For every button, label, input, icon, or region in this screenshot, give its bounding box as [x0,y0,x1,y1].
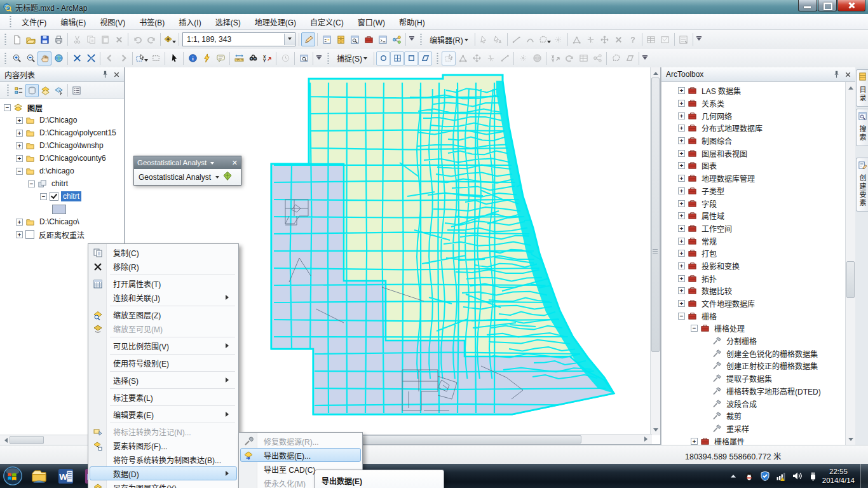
tree-item-label[interactable]: 数据比较 [700,285,734,297]
toolbar-overflow-button[interactable] [641,51,649,65]
tree-item-label[interactable]: 图层 [25,102,44,114]
toc-tree-item[interactable]: +D:\Chicago [0,114,124,126]
tree-item-label[interactable]: 分布式地理数据库 [700,122,764,134]
select-features-button[interactable] [442,51,456,65]
arctoolbox-tree-item[interactable]: +栅格属性 [661,435,855,445]
anno-arrow-button[interactable]: A [491,32,505,46]
context-menu-item[interactable]: 标注要素(L) [90,390,237,404]
taskbar-clock[interactable]: 22:55 2014/4/14 [822,467,855,485]
arctoolbox-tree-item[interactable]: 栅格转数字地形高程(DTED) [661,385,855,398]
toolbar-overflow-button[interactable] [408,32,416,46]
lightning-button[interactable] [200,51,214,65]
back-button[interactable] [102,51,116,65]
tree-item-label[interactable]: 关系类 [700,97,726,109]
menu-item[interactable]: 窗口(W) [351,14,392,30]
attr-table-button[interactable] [576,51,590,65]
arctoolbox-tree-item[interactable]: 创建正射校正的栅格数据集 [661,360,855,372]
new-button[interactable] [10,32,24,46]
editor-menu-button[interactable]: 编辑器(R) [425,32,473,47]
arctoolbox-tree-item[interactable]: 分割栅格 [661,335,855,348]
geostat-menu-button[interactable]: Geostatistical Analyst [139,173,211,182]
lbo-visible-icon[interactable] [39,84,52,97]
taskbar-word-icon[interactable]: W [53,464,78,487]
dock-tab-搜索[interactable]: 搜索 [856,109,868,146]
geostat-toolbar-titlebar[interactable]: Geostatistical Analyst ✕ [134,156,241,169]
arctoolbox-tree-item[interactable]: +工作空间 [661,222,855,235]
tree-item-label[interactable]: 创建全色锐化的栅格数据集 [724,348,820,360]
toc-tree-item[interactable] [0,203,124,215]
arctoolbox-tree-item[interactable]: +图表 [661,159,855,172]
measure-button[interactable] [232,51,246,65]
arctoolbox-tree-item[interactable]: +属性域 [661,210,855,222]
expand-icon[interactable]: + [678,150,685,157]
show-desktop-button[interactable] [860,464,868,488]
toc-tree-item[interactable]: −chitrt [0,190,124,203]
toolbar-grip[interactable] [419,33,423,46]
context-menu-item[interactable]: 复制(C) [90,245,237,259]
dock-tab-目录[interactable]: 目录 [856,69,868,107]
expand-icon[interactable]: + [678,100,685,107]
close-icon[interactable] [111,69,121,79]
split-button[interactable] [484,51,498,65]
fixed-out-button[interactable] [84,51,98,65]
close-icon[interactable] [843,69,853,79]
arctoolbox-tree-item[interactable]: +关系类 [661,97,855,110]
snap-edge-button[interactable] [418,51,432,65]
start-button[interactable] [0,464,25,488]
expand-icon[interactable]: + [678,187,685,194]
edit-arrow-button[interactable] [477,32,491,46]
snap-edge-button[interactable] [623,51,637,65]
expand-icon[interactable]: + [678,262,685,269]
expand-icon[interactable]: + [678,175,685,182]
goto-xy-button[interactable]: XY [260,51,274,65]
undo-button[interactable] [130,32,144,46]
delete-button[interactable] [612,32,626,46]
menu-item[interactable]: 书签(B) [132,14,172,30]
context-menu-item[interactable]: 连接和关联(J) [90,290,237,304]
arc-button[interactable] [524,32,538,46]
close-button[interactable] [837,0,865,11]
tree-item-label[interactable]: 打包 [700,247,719,259]
reshape-button[interactable] [570,32,584,46]
search-window-button[interactable] [348,32,362,46]
expand-icon[interactable]: + [16,231,23,238]
expand-icon[interactable]: + [678,137,685,144]
tray-expand-icon[interactable] [728,471,739,482]
toc-tree-item[interactable]: +D:\Chicago\twnshp [0,139,124,152]
pin-icon[interactable] [100,69,110,79]
menu-item[interactable]: 自定义(C) [303,14,351,30]
tree-item-label[interactable]: 提取子数据集 [724,372,774,384]
maximize-button[interactable] [818,0,837,11]
polygon-button[interactable] [609,51,623,65]
pin-icon[interactable] [831,69,841,79]
expand-icon[interactable]: + [678,212,685,219]
attr-table-button[interactable] [644,32,658,46]
close-icon[interactable]: ✕ [232,159,238,167]
toolbar-overflow-button[interactable] [695,32,703,46]
pan-button[interactable] [37,51,51,65]
arctoolbox-tree-item[interactable]: −栅格 [661,309,855,322]
toc-tree-item[interactable]: +反距离权重法 [0,228,124,241]
tree-item-label[interactable]: LAS 数据集 [700,85,743,97]
tree-item-label[interactable]: 拓扑 [700,273,719,285]
snap-end-button[interactable] [390,51,404,65]
full-extent-button[interactable] [530,51,544,65]
line-button[interactable] [510,32,524,46]
arctoolbox-tree-item[interactable]: 提取子数据集 [661,372,855,385]
menu-item[interactable]: 文件(F) [15,14,53,30]
arctoolbox-tree-item[interactable]: 创建全色锐化的栅格数据集 [661,347,855,360]
select-arrow-button[interactable] [167,51,181,65]
network-status-icon[interactable] [776,471,787,482]
burst-button[interactable] [552,32,566,46]
layer-symbol-swatch[interactable] [52,205,66,214]
arctoolbox-tree-item[interactable]: +投影和变换 [661,260,855,273]
toc-tree-item[interactable]: −d:\chicago [0,165,124,177]
tree-item-label[interactable]: D:\Chicago [37,115,79,125]
snap-vertex-button[interactable] [404,51,418,65]
arctoolbox-tree-item[interactable]: +地理数据库管理 [661,172,855,185]
context-menu-item[interactable]: 打开属性表(T) [90,276,237,290]
security-shield-icon[interactable] [760,471,771,482]
line-button[interactable] [498,51,512,65]
cut-button[interactable] [70,32,84,46]
tree-item-label[interactable]: 工作空间 [700,222,734,234]
